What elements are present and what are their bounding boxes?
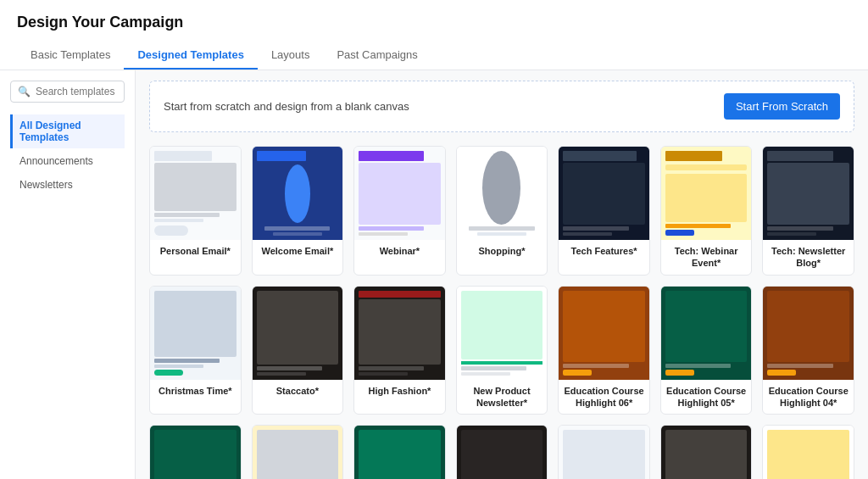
template-name: Christmas Time* bbox=[150, 380, 241, 402]
template-name: New Product Newsletter* bbox=[457, 380, 548, 415]
templates-grid: Personal Email* Welcome Email* bbox=[149, 146, 854, 479]
template-card[interactable]: Education Course Highlight 06* bbox=[558, 286, 650, 415]
sidebar-item-newsletters[interactable]: Newsletters bbox=[10, 174, 125, 196]
template-card[interactable]: Education Course Highlight 04* bbox=[762, 286, 854, 415]
search-input[interactable] bbox=[36, 86, 117, 97]
header: Design Your Campaign Basic Templates Des… bbox=[0, 0, 868, 70]
template-name: Personal Email* bbox=[150, 240, 241, 262]
tabs-bar: Basic Templates Designed Templates Layou… bbox=[17, 42, 851, 70]
page-title: Design Your Campaign bbox=[17, 14, 851, 31]
template-card[interactable]: Tech: Newsletter Blog* bbox=[762, 146, 854, 276]
search-box[interactable]: 🔍 bbox=[10, 81, 125, 103]
template-card[interactable]: Christmas Time* bbox=[149, 286, 242, 415]
sidebar-nav: All Designed Templates Announcements New… bbox=[10, 114, 125, 196]
template-card[interactable]: Education Course Highlight 05* bbox=[660, 286, 753, 415]
sidebar-item-all[interactable]: All Designed Templates bbox=[10, 114, 125, 148]
template-name: Shopping* bbox=[457, 240, 548, 262]
template-card[interactable]: Home Decor (Refined)* bbox=[456, 425, 548, 479]
template-name: High Fashion* bbox=[354, 380, 445, 402]
template-card[interactable]: Webinar* bbox=[353, 146, 446, 276]
start-from-scratch-button[interactable]: Start From Scratch bbox=[724, 93, 840, 120]
template-card[interactable]: Bakery Shop Showcas... bbox=[762, 425, 854, 479]
template-card[interactable]: Education Course Highlight 03* bbox=[149, 425, 242, 479]
template-name: Staccato* bbox=[253, 380, 343, 402]
layout: 🔍 All Designed Templates Announcements N… bbox=[0, 70, 868, 479]
template-name: Welcome Email* bbox=[253, 240, 343, 262]
template-name: Education Course Highlight 06* bbox=[559, 380, 649, 415]
template-name: Education Course Highlight 04* bbox=[763, 380, 854, 415]
tab-designed[interactable]: Designed Templates bbox=[124, 42, 257, 70]
template-card[interactable]: Education Course Highlight 01* bbox=[353, 425, 446, 479]
scratch-banner: Start from scratch and design from a bla… bbox=[149, 81, 854, 132]
template-name: Tech Features* bbox=[559, 240, 649, 262]
template-card[interactable]: Staccato* bbox=[252, 286, 344, 415]
tab-basic[interactable]: Basic Templates bbox=[17, 42, 124, 70]
template-card[interactable]: High Fashion (Refined)* bbox=[558, 425, 650, 479]
template-name: Education Course Highlight 05* bbox=[661, 380, 752, 415]
template-card[interactable]: Tech: Webinar Event* bbox=[660, 146, 753, 276]
template-card[interactable]: Tech Features* bbox=[558, 146, 650, 276]
tab-past[interactable]: Past Campaigns bbox=[323, 42, 431, 70]
template-card[interactable]: High Fashion* bbox=[353, 286, 446, 415]
template-name: Tech: Webinar Event* bbox=[661, 240, 752, 275]
template-card[interactable]: Education Course Highlight 02* bbox=[252, 425, 344, 479]
template-card[interactable]: Personal Email* bbox=[149, 146, 242, 276]
search-icon: 🔍 bbox=[18, 86, 31, 97]
tab-layouts[interactable]: Layouts bbox=[258, 42, 324, 70]
scratch-banner-text: Start from scratch and design from a bla… bbox=[164, 100, 409, 113]
sidebar-item-announcements[interactable]: Announcements bbox=[10, 150, 125, 172]
sidebar: 🔍 All Designed Templates Announcements N… bbox=[0, 70, 136, 479]
template-card[interactable]: Shopping* bbox=[456, 146, 548, 276]
template-name: Tech: Newsletter Blog* bbox=[763, 240, 854, 275]
template-card[interactable]: Welcome Email* bbox=[252, 146, 344, 276]
template-card[interactable]: New Product Newsletter* bbox=[456, 286, 548, 415]
template-card[interactable]: Portfolio (Refined)* bbox=[660, 425, 753, 479]
main-content: Start from scratch and design from a bla… bbox=[136, 70, 868, 479]
template-name: Webinar* bbox=[354, 240, 445, 262]
